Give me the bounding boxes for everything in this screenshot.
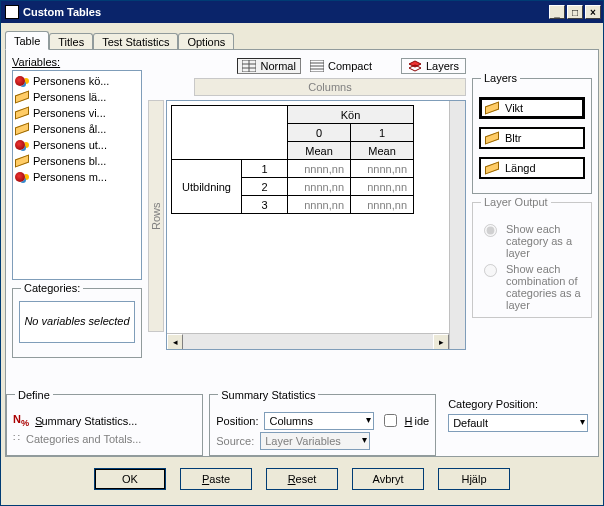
layers-group-label: Layers bbox=[481, 72, 520, 84]
view-compact-button[interactable]: Compact bbox=[305, 58, 377, 74]
position-value: Columns bbox=[269, 415, 312, 427]
scroll-left-button[interactable]: ◂ bbox=[167, 334, 183, 350]
data-cell: nnnn,nn bbox=[351, 160, 414, 178]
dialog-buttons: OK Paste Reset Avbryt Hjälp bbox=[9, 465, 595, 493]
close-button[interactable]: × bbox=[585, 5, 601, 19]
variable-item[interactable]: Personens ut... bbox=[15, 137, 139, 153]
scroll-right-button[interactable]: ▸ bbox=[433, 334, 449, 350]
summary-statistics-group: Summary Statistics Position: Columns Hid… bbox=[209, 394, 436, 456]
source-value: Layer Variables bbox=[265, 435, 341, 447]
summary-statistics-link[interactable]: N% Summary Statistics... bbox=[13, 413, 196, 428]
scale-icon bbox=[485, 131, 499, 144]
col-cat-1[interactable]: 1 bbox=[351, 124, 414, 142]
paste-button[interactable]: Paste bbox=[180, 468, 252, 490]
source-combo: Layer Variables bbox=[260, 432, 370, 450]
col-cat-0[interactable]: 0 bbox=[288, 124, 351, 142]
tab-options[interactable]: Options bbox=[178, 33, 234, 50]
scale-icon bbox=[15, 90, 29, 103]
tabstrip: Table Titles Test Statistics Options bbox=[5, 29, 599, 49]
preview-canvas[interactable]: Kön 0 1 Mean Mean bbox=[166, 100, 466, 350]
tab-titles[interactable]: Titles bbox=[49, 33, 93, 50]
data-cell: nnnn,nn bbox=[351, 196, 414, 214]
reset-button[interactable]: Reset bbox=[266, 468, 338, 490]
vertical-scrollbar[interactable] bbox=[449, 101, 465, 349]
variable-item[interactable]: Personens vi... bbox=[15, 105, 139, 121]
row-cat[interactable]: 1 bbox=[242, 160, 288, 178]
table-icon bbox=[242, 60, 256, 72]
sigma-icon: N% bbox=[13, 413, 29, 428]
variable-label: Personens lä... bbox=[33, 91, 106, 103]
summary-statistics-label: Summary Statistics bbox=[218, 389, 318, 401]
hide-label: ide bbox=[414, 415, 429, 427]
category-position-combo[interactable]: Default bbox=[448, 414, 588, 432]
categories-group: Categories: No variables selected bbox=[12, 288, 142, 358]
variables-list[interactable]: Personens kö... Personens lä... Personen… bbox=[12, 70, 142, 280]
tab-panel: Variables: Personens kö... Personens lä.… bbox=[5, 49, 599, 457]
columns-drop-label[interactable]: Columns bbox=[194, 78, 466, 96]
scale-icon bbox=[15, 106, 29, 119]
variable-item[interactable]: Personens bl... bbox=[15, 153, 139, 169]
data-cell: nnnn,nn bbox=[288, 160, 351, 178]
variable-label: Personens kö... bbox=[33, 75, 109, 87]
view-normal-label: Normal bbox=[260, 60, 295, 72]
variables-label: Variables: bbox=[12, 56, 142, 68]
layer-item[interactable]: Längd bbox=[479, 157, 585, 179]
row-cat[interactable]: 2 bbox=[242, 178, 288, 196]
category-position-group: Category Position: Default bbox=[442, 394, 598, 456]
layer-output-label: Layer Output bbox=[481, 196, 551, 208]
tab-test-statistics[interactable]: Test Statistics bbox=[93, 33, 178, 50]
layers-toggle-button[interactable]: Layers bbox=[401, 58, 466, 74]
source-label: Source: bbox=[216, 435, 254, 447]
nominal-icon bbox=[15, 140, 25, 150]
hide-checkbox[interactable]: Hide bbox=[380, 411, 429, 430]
layers-icon bbox=[408, 60, 422, 72]
layer-item[interactable]: Bltr bbox=[479, 127, 585, 149]
row-cat[interactable]: 3 bbox=[242, 196, 288, 214]
help-button[interactable]: Hjälp bbox=[438, 468, 510, 490]
categories-label: Categories: bbox=[21, 282, 83, 294]
variable-item[interactable]: Personens m... bbox=[15, 169, 139, 185]
row-var-header[interactable]: Utbildning bbox=[172, 160, 242, 214]
variable-item[interactable]: Personens ål... bbox=[15, 121, 139, 137]
dialog-window: Custom Tables _ □ × Table Titles Test St… bbox=[0, 0, 604, 506]
scale-icon bbox=[15, 122, 29, 135]
variable-label: Personens ål... bbox=[33, 123, 106, 135]
layer-output-opt2-label: Show each combination of categories as a… bbox=[506, 263, 585, 311]
layer-output-group: Layer Output Show each category as a lay… bbox=[472, 202, 592, 318]
summary-statistics-text: ummary Statistics... bbox=[41, 415, 137, 427]
col-var-header[interactable]: Kön bbox=[288, 106, 414, 124]
variable-label: Personens vi... bbox=[33, 107, 106, 119]
variable-item[interactable]: Personens lä... bbox=[15, 89, 139, 105]
tab-table[interactable]: Table bbox=[5, 31, 49, 50]
variable-label: Personens m... bbox=[33, 171, 107, 183]
categories-totals-link: ∷ Categories and Totals... bbox=[13, 432, 196, 445]
layers-group: Layers Vikt Bltr Längd bbox=[472, 78, 592, 194]
ok-button[interactable]: OK bbox=[94, 468, 166, 490]
maximize-button[interactable]: □ bbox=[567, 5, 583, 19]
minimize-button[interactable]: _ bbox=[549, 5, 565, 19]
define-group: Define N% Summary Statistics... ∷ Catego… bbox=[6, 394, 203, 456]
data-cell: nnnn,nn bbox=[351, 178, 414, 196]
category-position-value: Default bbox=[453, 417, 488, 429]
compact-icon bbox=[310, 60, 324, 72]
view-toolbar: Normal Compact Layers bbox=[148, 56, 466, 76]
cancel-button[interactable]: Avbryt bbox=[352, 468, 424, 490]
hide-check-input[interactable] bbox=[384, 414, 397, 427]
titlebar: Custom Tables _ □ × bbox=[1, 1, 603, 23]
view-normal-button[interactable]: Normal bbox=[237, 58, 300, 74]
data-cell: nnnn,nn bbox=[288, 196, 351, 214]
variable-item[interactable]: Personens kö... bbox=[15, 73, 139, 89]
scale-icon bbox=[15, 154, 29, 167]
stat-header: Mean bbox=[351, 142, 414, 160]
app-icon bbox=[5, 5, 19, 19]
layer-item[interactable]: Vikt bbox=[479, 97, 585, 119]
layer-output-opt1: Show each category as a layer bbox=[479, 223, 585, 259]
nominal-icon bbox=[15, 172, 25, 182]
horizontal-scrollbar[interactable]: ◂ ▸ bbox=[167, 333, 449, 349]
data-cell: nnnn,nn bbox=[288, 178, 351, 196]
categories-empty: No variables selected bbox=[24, 315, 129, 328]
rows-drop-label[interactable]: Rows bbox=[148, 100, 164, 332]
scale-icon bbox=[485, 161, 499, 174]
position-combo[interactable]: Columns bbox=[264, 412, 374, 430]
stub-corner bbox=[172, 106, 288, 160]
